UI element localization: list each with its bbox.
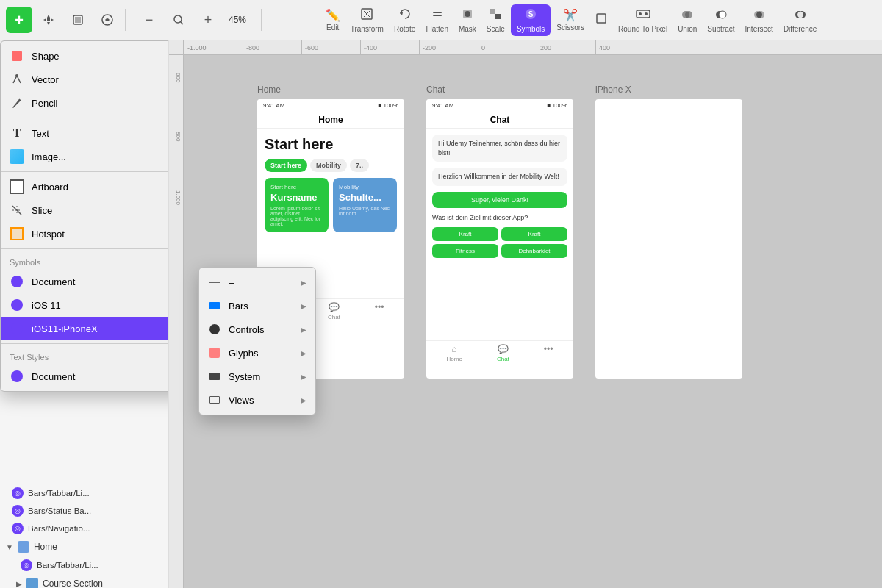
artboard-icon [10,179,24,194]
select-tool-btn[interactable] [65,7,91,33]
mask-btn[interactable]: Mask [454,4,481,36]
tab-start-here[interactable]: Start here [265,159,307,172]
nav-chat-label: Chat [328,314,340,320]
menu-item-image[interactable]: Image... [1,145,169,168]
text-icon: T [10,126,24,140]
outlines-btn[interactable]: Outlines [590,9,612,31]
views-icon [208,393,221,406]
move-tool-btn[interactable] [35,7,62,33]
tab-mobility[interactable]: Mobility [310,159,347,172]
dash-arrow: ▶ [301,279,306,287]
svg-point-11 [465,11,470,17]
svg-rect-9 [433,15,442,16]
toolbar-left: + [6,7,121,33]
course-section-group[interactable]: ▶ Course Section [0,574,168,588]
subtract-btn[interactable]: Subtract [703,4,739,36]
tick: 400 [595,40,654,55]
nav-chat[interactable]: 💬 Chat [328,302,340,320]
toolbar-sep-2 [261,9,262,31]
glyphs-icon [208,346,221,359]
chat-nav-home[interactable]: ⌂ Home [447,344,462,362]
course-section-label: Course Section [43,578,103,588]
insert-menu: Shape ▶ Vector V Pencil P [0,40,169,392]
card-text-1: Lorem ipsum dolor sit amet, qismet adipi… [270,206,323,226]
card-sub-1: Start here [270,184,323,190]
intersect-btn[interactable]: Intersect [741,4,778,36]
menu-item-ios11[interactable]: iOS 11 ▶ [1,293,169,317]
zoom-in-btn[interactable]: + [195,7,221,33]
svg-point-29 [15,74,18,77]
submenu-item-views[interactable]: Views ▶ [199,388,315,412]
dash-icon [208,276,221,289]
flatten-btn[interactable]: Flatten [421,4,453,36]
menu-item-text[interactable]: T Text T [1,121,169,145]
doc-text-icon [10,369,24,384]
chat-nav-more[interactable]: ••• [544,344,553,362]
svg-rect-13 [495,14,501,19]
controls-arrow: ▶ [301,326,306,334]
nav-more[interactable]: ••• [375,302,384,320]
tab-other[interactable]: 7.. [350,159,369,172]
svg-rect-28 [12,51,22,61]
more-nav-icon: ••• [375,302,384,312]
home-tabs: Start here Mobility 7.. [265,159,397,172]
text-styles-section-header: Text Styles [1,347,169,365]
menu-item-slice[interactable]: Slice S [1,198,169,222]
group-arrow-icon: ▼ [6,543,13,551]
menu-item-ts-document[interactable]: Document ▶ [1,365,169,388]
submenu-item-system[interactable]: System ▶ [199,365,315,388]
zoom-fit-btn[interactable] [165,7,192,33]
menu-item-shape[interactable]: Shape ▶ [1,44,169,68]
tick: -800 [243,40,301,55]
image-icon [10,149,24,164]
submenu-item-controls[interactable]: Controls ▶ [199,318,315,341]
menu-sep-1 [1,118,169,118]
submenu-item-dash[interactable]: – ▶ [199,270,315,294]
edit-btn[interactable]: ✏️ Edit [321,5,345,35]
chat-btn-dehnbarkeit[interactable]: Dehnbarkiet [501,244,567,258]
vector-icon [10,72,24,87]
menu-sep-4 [1,343,169,344]
menu-item-hotspot[interactable]: Hotspot H [1,222,169,245]
vector-label: Vector [32,74,169,85]
round-to-pixel-btn[interactable]: Round To Pixel [614,4,672,36]
menu-item-artboard[interactable]: Artboard A [1,175,169,198]
scale-btn[interactable]: Scale [482,4,509,36]
tick: -200 [419,40,478,55]
chat-buttons-row1: Kraft Kraft [432,227,567,241]
style-tool-btn[interactable] [94,7,121,33]
home-group-label: Home [34,542,57,552]
menu-item-document[interactable]: Document ▶ [1,270,169,293]
home-group[interactable]: ▼ Home [0,537,168,556]
pencil-label: Pencil [32,98,169,109]
artboard-home-label: Home [257,85,404,95]
list-item[interactable]: ◎ Bars/Status Ba... [0,502,168,520]
symbols-btn[interactable]: S Symbols [511,4,551,36]
list-item[interactable]: ◎ Bars/Tabbar/Li... [0,556,168,574]
union-btn[interactable]: Union [673,4,701,36]
chat-nav-chat[interactable]: 💬 Chat [497,344,509,362]
svg-text:S: S [528,10,534,18]
ruler-vertical: 600 800 1.000 [169,55,184,588]
transform-btn[interactable]: Transform [346,4,388,36]
add-button[interactable]: + [6,7,32,33]
list-item[interactable]: ◎ Bars/Tabbar/Li... [0,484,168,502]
chat-btn-fitness[interactable]: Fitness [432,244,498,258]
menu-item-vector[interactable]: Vector V [1,68,169,91]
difference-btn[interactable]: Difference [779,4,821,36]
menu-item-pencil[interactable]: Pencil P [1,91,169,115]
card-text-2: Hallo Udemy, das Nec lor nord [339,206,391,216]
main-area: Shape ▶ Vector V Pencil P [0,40,882,588]
svg-rect-2 [75,17,81,23]
list-item[interactable]: ◎ Bars/Navigatio... [0,520,168,537]
submenu-item-glyphs[interactable]: Glyphs ▶ [199,341,315,365]
phone-title-chat: Chat [426,112,573,129]
chat-btn-kraft2[interactable]: Kraft [501,227,567,241]
submenu-item-bars[interactable]: Bars ▶ [199,294,315,318]
slice-icon [10,203,24,218]
scissors-btn[interactable]: ✂️ Scissors [552,5,589,35]
rotate-btn[interactable]: Rotate [390,4,420,36]
menu-item-iphonex[interactable]: iOS11-iPhoneX ▶ [1,317,169,340]
zoom-out-btn[interactable]: − [136,7,162,33]
chat-btn-kraft1[interactable]: Kraft [432,227,498,241]
